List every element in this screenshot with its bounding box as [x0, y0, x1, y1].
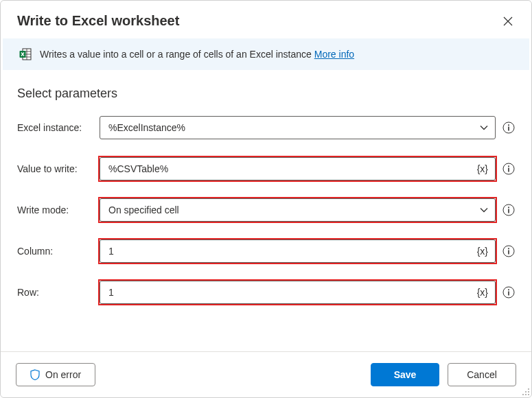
- svg-point-25: [525, 394, 527, 395]
- excel-instance-info[interactable]: [502, 121, 515, 134]
- close-icon: [503, 16, 513, 26]
- write-mode-info[interactable]: [502, 204, 515, 216]
- info-icon: [502, 121, 515, 134]
- svg-point-7: [508, 124, 509, 126]
- svg-point-16: [508, 248, 509, 249]
- svg-rect-17: [508, 250, 509, 255]
- column-info[interactable]: [502, 245, 515, 257]
- svg-point-22: [525, 391, 527, 393]
- column-label: Column:: [17, 246, 93, 257]
- field-write-mode: Write mode: On specified cell: [17, 198, 515, 222]
- footer-actions: Save Cancel: [371, 363, 516, 386]
- svg-point-23: [528, 391, 529, 393]
- save-label: Save: [394, 369, 417, 380]
- svg-point-10: [508, 165, 509, 167]
- value-to-write-input[interactable]: %CSVTable% {x}: [100, 157, 496, 180]
- cancel-button[interactable]: Cancel: [448, 363, 516, 386]
- shield-icon: [30, 369, 40, 380]
- value-to-write-info[interactable]: [502, 163, 515, 175]
- more-info-link[interactable]: More info: [314, 49, 354, 60]
- excel-icon: [19, 48, 32, 60]
- write-mode-value: On specified cell: [108, 204, 179, 215]
- row-input[interactable]: 1 {x}: [100, 281, 496, 304]
- svg-point-24: [522, 394, 524, 395]
- info-banner: Writes a value into a cell or a range of…: [3, 38, 529, 70]
- close-button[interactable]: [501, 14, 515, 28]
- on-error-button[interactable]: On error: [16, 363, 95, 386]
- info-icon: [502, 163, 515, 175]
- column-input[interactable]: 1 {x}: [100, 239, 496, 263]
- content-area: Select parameters Excel instance: %Excel…: [1, 70, 531, 351]
- svg-rect-20: [508, 292, 509, 296]
- on-error-label: On error: [45, 369, 81, 380]
- dialog: Write to Excel worksheet Writes a value …: [0, 0, 532, 398]
- value-to-write-label: Value to write:: [17, 163, 93, 174]
- cancel-label: Cancel: [467, 369, 497, 380]
- variable-picker-icon[interactable]: {x}: [477, 246, 488, 257]
- field-column: Column: 1 {x}: [17, 239, 515, 263]
- svg-point-26: [528, 394, 529, 395]
- chevron-down-icon: [480, 125, 488, 130]
- field-value-to-write: Value to write: %CSVTable% {x}: [17, 157, 515, 180]
- write-mode-select[interactable]: On specified cell: [100, 198, 496, 222]
- row-value: 1: [108, 287, 114, 298]
- dialog-header: Write to Excel worksheet: [1, 1, 531, 38]
- variable-picker-icon[interactable]: {x}: [477, 163, 488, 174]
- info-icon: [502, 204, 515, 216]
- svg-rect-8: [508, 127, 509, 131]
- row-info[interactable]: [502, 286, 515, 298]
- save-button[interactable]: Save: [371, 363, 439, 386]
- field-excel-instance: Excel instance: %ExcelInstance%: [17, 116, 515, 139]
- excel-instance-value: %ExcelInstance%: [108, 122, 185, 133]
- svg-rect-14: [508, 209, 509, 213]
- dialog-footer: On error Save Cancel: [1, 351, 531, 397]
- banner-description: Writes a value into a cell or a range of…: [40, 49, 314, 60]
- svg-rect-11: [508, 168, 509, 172]
- write-mode-label: Write mode:: [17, 204, 93, 215]
- svg-point-21: [528, 388, 529, 390]
- row-label: Row:: [17, 287, 93, 298]
- column-value: 1: [108, 246, 114, 257]
- svg-point-13: [508, 207, 509, 208]
- excel-instance-label: Excel instance:: [17, 122, 93, 133]
- info-icon: [502, 286, 515, 298]
- variable-picker-icon[interactable]: {x}: [477, 287, 488, 298]
- dialog-title: Write to Excel worksheet: [17, 13, 179, 29]
- info-icon: [502, 245, 515, 257]
- resize-grip-icon[interactable]: [522, 388, 530, 396]
- section-title: Select parameters: [17, 86, 515, 101]
- svg-point-19: [508, 289, 509, 290]
- field-row: Row: 1 {x}: [17, 281, 515, 304]
- chevron-down-icon: [480, 207, 488, 213]
- value-to-write-value: %CSVTable%: [108, 163, 168, 174]
- banner-text: Writes a value into a cell or a range of…: [40, 49, 354, 60]
- excel-instance-select[interactable]: %ExcelInstance%: [100, 116, 496, 139]
